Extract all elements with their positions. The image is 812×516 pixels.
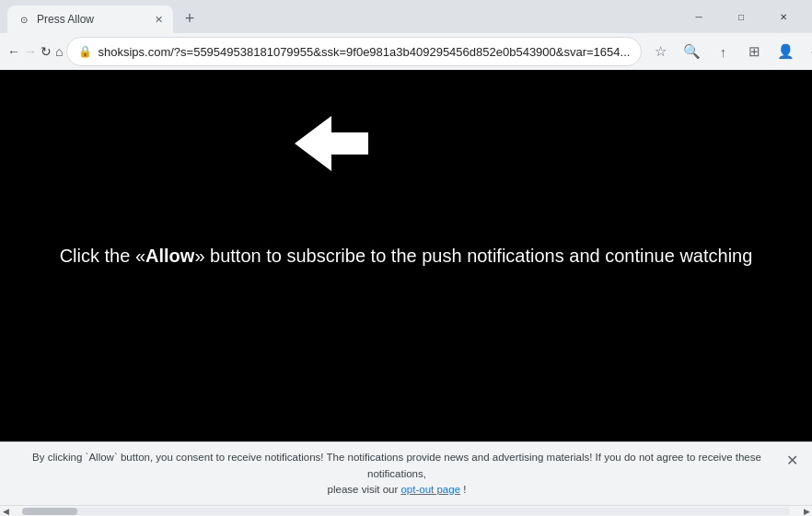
lock-icon: 🔒 [78, 45, 92, 58]
text-before: Click the « [60, 246, 145, 266]
profile-icon[interactable]: 👤 [771, 37, 800, 66]
tab-favicon: ⊙ [17, 12, 31, 27]
svg-marker-0 [295, 116, 368, 171]
home-button[interactable]: ⌂ [55, 37, 63, 66]
navigation-bar: ← → ↻ ⌂ 🔒 shoksips.com/?s=55954953818107… [0, 33, 812, 70]
arrow-indicator [295, 116, 368, 175]
opt-out-link[interactable]: opt-out page [400, 484, 460, 495]
browser-tab[interactable]: ⊙ Press Allow ✕ [7, 6, 173, 33]
browser-frame: ⊙ Press Allow ✕ + ─ □ ✕ ← → ↻ ⌂ 🔒 shoksi… [0, 0, 812, 516]
scrollbar-track[interactable] [22, 508, 790, 515]
tab-close-button[interactable]: ✕ [151, 12, 166, 27]
scrollbar-area: ◀ ▶ [0, 505, 812, 516]
tab-title: Press Allow [37, 13, 145, 26]
scroll-right-arrow[interactable]: ▶ [801, 506, 812, 517]
window-controls: ─ □ ✕ [678, 0, 805, 33]
main-instruction-text: Click the «Allow» button to subscribe to… [23, 243, 790, 269]
nav-right-icons: ☆ 🔍 ↑ ⊞ 👤 ⋯ [645, 37, 812, 66]
notification-bar: By clicking `Allow` button, you consent … [0, 441, 812, 505]
notification-text-end: ! [463, 484, 466, 495]
address-bar[interactable]: 🔒 shoksips.com/?s=559549538181079955&ssk… [66, 37, 642, 66]
page-content: Click the «Allow» button to subscribe to… [0, 70, 812, 441]
close-button[interactable]: ✕ [762, 0, 805, 33]
search-icon[interactable]: 🔍 [677, 37, 706, 66]
notification-close-button[interactable]: ✕ [781, 450, 803, 472]
maximize-button[interactable]: □ [720, 0, 762, 33]
bookmark-icon[interactable]: ☆ [645, 37, 675, 66]
reload-button[interactable]: ↻ [41, 37, 52, 66]
text-after: » button to subscribe to the push notifi… [194, 246, 752, 266]
minimize-button[interactable]: ─ [678, 0, 720, 33]
forward-button[interactable]: → [24, 37, 37, 66]
new-tab-button[interactable]: + [177, 6, 203, 31]
notification-text-before: By clicking `Allow` button, you consent … [32, 452, 761, 478]
allow-bold: Allow [145, 246, 194, 266]
menu-button[interactable]: ⋯ [802, 37, 812, 66]
back-button[interactable]: ← [7, 37, 20, 66]
notification-text-after: please visit our [328, 484, 401, 495]
extensions-icon[interactable]: ⊞ [739, 37, 769, 66]
address-text: shoksips.com/?s=559549538181079955&ssk=9… [98, 45, 630, 59]
share-icon[interactable]: ↑ [708, 37, 737, 66]
scrollbar-thumb[interactable] [22, 508, 77, 515]
scroll-left-arrow[interactable]: ◀ [0, 506, 11, 517]
title-bar: ⊙ Press Allow ✕ + ─ □ ✕ [0, 0, 812, 33]
